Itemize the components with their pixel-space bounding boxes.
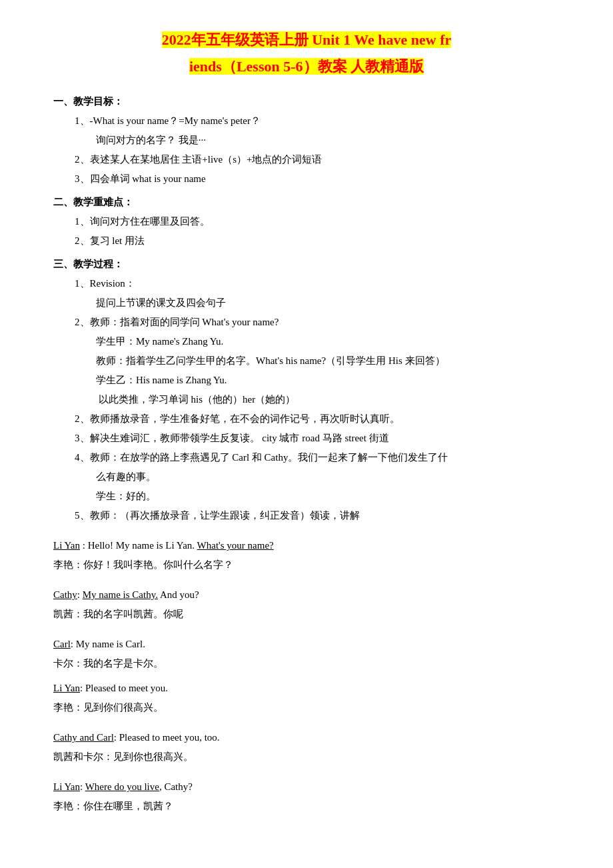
title-line1: 2022年五年级英语上册 Unit 1 We have new fr <box>53 27 560 53</box>
dialogue-2-underline: My name is Cathy. <box>83 589 158 600</box>
section3-item1: 1、Revision： <box>53 275 560 293</box>
section2-heading: 二、教学重难点： <box>53 193 560 211</box>
section2-item1: 1、询问对方住在哪里及回答。 <box>53 213 560 231</box>
section3-heading: 三、教学过程： <box>53 255 560 273</box>
dialogue-1-english: Li Yan : Hello! My name is Li Yan. What'… <box>53 537 560 555</box>
section3-item5: 4、教师：在放学的路上李燕遇见了 Carl 和 Cathy。我们一起来了解一下他… <box>53 449 560 467</box>
section1-heading: 一、教学目标： <box>53 93 560 111</box>
section1-item1-sub: 询问对方的名字？ 我是··· <box>53 131 560 149</box>
dialogue-5-underline: Where do you live <box>85 781 159 792</box>
section3-item2-sub3: 学生乙：His name is Zhang Yu. <box>53 371 560 389</box>
dialogue-3b-speaker: Li Yan <box>53 683 80 693</box>
dialogue-4-chinese: 凯茜和卡尔：见到你也很高兴。 <box>53 748 560 766</box>
dialogue-3-speaker: Carl <box>53 639 71 649</box>
dialogue-3b-english: Li Yan: Pleased to meet you. <box>53 679 560 697</box>
dialogue-1-underline: What's your name? <box>197 540 274 551</box>
dialogue-3b-chinese: 李艳：见到你们很高兴。 <box>53 699 560 717</box>
dialogue-5-chinese: 李艳：你住在哪里，凯茜？ <box>53 797 560 815</box>
dialogue-3: Carl: My name is Carl. 卡尔：我的名字是卡尔。 Li Ya… <box>53 635 560 717</box>
title-block: 2022年五年级英语上册 Unit 1 We have new fr iends… <box>53 27 560 79</box>
section3-item2-sub2: 教师：指着学生乙问学生甲的名字。What's his name?（引导学生用 H… <box>53 352 560 370</box>
dialogue-2: Cathy: My name is Cathy. And you? 凯茜：我的名… <box>53 586 560 623</box>
section3-item4: 3、解决生难词汇，教师带领学生反复读。 city 城市 road 马路 stre… <box>53 429 560 447</box>
title-line2: iends（Lesson 5-6）教案 人教精通版 <box>53 53 560 80</box>
section3-item5-sub2: 学生：好的。 <box>53 487 560 505</box>
section3-item6: 5、教师：（再次播放录音，让学生跟读，纠正发音）领读，讲解 <box>53 507 560 525</box>
dialogue-2-speaker: Cathy <box>53 589 77 600</box>
dialogue-5: Li Yan: Where do you live, Cathy? 李艳：你住在… <box>53 778 560 815</box>
section1-item3: 3、四会单词 what is your name <box>53 170 560 188</box>
dialogue-1-speaker: Li Yan <box>53 540 80 551</box>
dialogue-1: Li Yan : Hello! My name is Li Yan. What'… <box>53 537 560 574</box>
dialogue-4: Cathy and Carl: Pleased to meet you, too… <box>53 729 560 766</box>
dialogue-3-english: Carl: My name is Carl. <box>53 635 560 653</box>
dialogue-5-english: Li Yan: Where do you live, Cathy? <box>53 778 560 796</box>
section3-item2-sub1: 学生甲：My name's Zhang Yu. <box>53 333 560 351</box>
section3-item1-sub: 提问上节课的课文及四会句子 <box>53 294 560 312</box>
dialogue-1-chinese: 李艳：你好！我叫李艳。你叫什么名字？ <box>53 556 560 574</box>
section2-item2: 2、复习 let 用法 <box>53 232 560 250</box>
dialogue-4-speaker: Cathy and Carl <box>53 732 114 743</box>
dialogue-2-chinese: 凯茜：我的名字叫凯茜。你呢 <box>53 605 560 623</box>
dialogue-4-english: Cathy and Carl: Pleased to meet you, too… <box>53 729 560 747</box>
section3-item2: 2、教师：指着对面的同学问 What's your name? <box>53 313 560 331</box>
section3-item5-sub1: 么有趣的事。 <box>53 468 560 486</box>
section1-item2: 2、表述某人在某地居住 主语+live（s）+地点的介词短语 <box>53 151 560 169</box>
dialogue-5-speaker: Li Yan <box>53 781 80 792</box>
section3-item3: 2、教师播放录音，学生准备好笔，在不会的词作记号，再次听时认真听。 <box>53 410 560 428</box>
section1-item1: 1、-What is your name？=My name's peter？ <box>53 112 560 130</box>
dialogue-2-english: Cathy: My name is Cathy. And you? <box>53 586 560 604</box>
section3-item2-sub4: 以此类推，学习单词 his（他的）her（她的） <box>53 391 560 409</box>
dialogue-3-chinese: 卡尔：我的名字是卡尔。 <box>53 655 560 673</box>
page-container: 2022年五年级英语上册 Unit 1 We have new fr iends… <box>53 27 560 815</box>
